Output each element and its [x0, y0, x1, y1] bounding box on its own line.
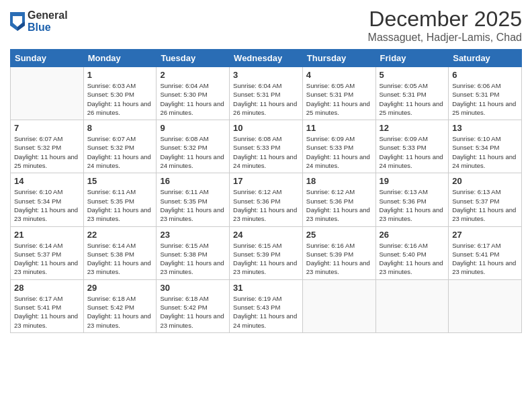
logo-text: General Blue [28, 9, 68, 33]
day-info: Sunrise: 6:05 AM Sunset: 5:31 PM Dayligh… [306, 81, 372, 117]
week-row-5: 28 Sunrise: 6:17 AM Sunset: 5:41 PM Dayl… [11, 279, 522, 332]
cell-w2-d6: 12 Sunrise: 6:09 AM Sunset: 5:33 PM Dayl… [375, 120, 449, 173]
day-number: 24 [233, 230, 299, 240]
month-title: December 2025 [368, 7, 522, 32]
day-info: Sunrise: 6:06 AM Sunset: 5:31 PM Dayligh… [452, 81, 518, 117]
day-number: 11 [306, 123, 372, 133]
header-monday: Monday [83, 50, 157, 67]
day-number: 15 [87, 176, 153, 186]
week-row-1: 1 Sunrise: 6:03 AM Sunset: 5:30 PM Dayli… [11, 67, 522, 120]
cell-w1-d6: 5 Sunrise: 6:05 AM Sunset: 5:31 PM Dayli… [375, 67, 449, 120]
cell-w3-d5: 18 Sunrise: 6:12 AM Sunset: 5:36 PM Dayl… [302, 173, 375, 226]
header-tuesday: Tuesday [157, 50, 230, 67]
day-number: 4 [306, 70, 372, 80]
day-info: Sunrise: 6:17 AM Sunset: 5:41 PM Dayligh… [452, 241, 518, 277]
cell-w2-d1: 7 Sunrise: 6:07 AM Sunset: 5:32 PM Dayli… [11, 120, 84, 173]
day-number: 17 [233, 176, 299, 186]
day-number: 13 [452, 123, 518, 133]
cell-w4-d2: 22 Sunrise: 6:14 AM Sunset: 5:38 PM Dayl… [83, 226, 157, 279]
day-info: Sunrise: 6:04 AM Sunset: 5:31 PM Dayligh… [233, 81, 299, 117]
day-number: 25 [306, 230, 372, 240]
day-number: 9 [160, 123, 226, 133]
cell-w3-d4: 17 Sunrise: 6:12 AM Sunset: 5:36 PM Dayl… [230, 173, 303, 226]
cell-w5-d6 [375, 279, 449, 332]
cell-w3-d2: 15 Sunrise: 6:11 AM Sunset: 5:35 PM Dayl… [83, 173, 157, 226]
cell-w1-d1 [11, 67, 84, 120]
logo-general-text: General [28, 9, 68, 21]
cell-w4-d4: 24 Sunrise: 6:15 AM Sunset: 5:39 PM Dayl… [230, 226, 303, 279]
day-number: 23 [160, 230, 226, 240]
day-number: 19 [380, 176, 445, 186]
cell-w1-d4: 3 Sunrise: 6:04 AM Sunset: 5:31 PM Dayli… [230, 67, 303, 120]
day-number: 14 [14, 176, 80, 186]
day-info: Sunrise: 6:10 AM Sunset: 5:34 PM Dayligh… [14, 187, 80, 223]
cell-w4-d1: 21 Sunrise: 6:14 AM Sunset: 5:37 PM Dayl… [11, 226, 84, 279]
cell-w2-d2: 8 Sunrise: 6:07 AM Sunset: 5:32 PM Dayli… [83, 120, 157, 173]
cell-w5-d4: 31 Sunrise: 6:19 AM Sunset: 5:43 PM Dayl… [230, 279, 303, 332]
cell-w1-d7: 6 Sunrise: 6:06 AM Sunset: 5:31 PM Dayli… [449, 67, 522, 120]
header-friday: Friday [375, 50, 449, 67]
cell-w5-d7 [449, 279, 522, 332]
day-number: 21 [14, 230, 80, 240]
day-info: Sunrise: 6:05 AM Sunset: 5:31 PM Dayligh… [380, 81, 445, 117]
logo-icon [10, 12, 25, 31]
cell-w5-d1: 28 Sunrise: 6:17 AM Sunset: 5:41 PM Dayl… [11, 279, 84, 332]
day-info: Sunrise: 6:07 AM Sunset: 5:32 PM Dayligh… [87, 134, 153, 170]
day-number: 12 [380, 123, 445, 133]
cell-w5-d5 [302, 279, 375, 332]
cell-w3-d7: 20 Sunrise: 6:13 AM Sunset: 5:37 PM Dayl… [449, 173, 522, 226]
day-number: 28 [14, 283, 80, 293]
logo-blue-text: Blue [28, 21, 68, 34]
day-info: Sunrise: 6:03 AM Sunset: 5:30 PM Dayligh… [87, 81, 153, 117]
day-info: Sunrise: 6:14 AM Sunset: 5:38 PM Dayligh… [87, 241, 153, 277]
day-info: Sunrise: 6:15 AM Sunset: 5:39 PM Dayligh… [233, 241, 299, 277]
day-number: 10 [233, 123, 299, 133]
day-number: 31 [233, 283, 299, 293]
cell-w2-d5: 11 Sunrise: 6:09 AM Sunset: 5:33 PM Dayl… [302, 120, 375, 173]
day-info: Sunrise: 6:18 AM Sunset: 5:42 PM Dayligh… [160, 294, 226, 330]
calendar-header-row: Sunday Monday Tuesday Wednesday Thursday… [11, 50, 522, 67]
day-info: Sunrise: 6:16 AM Sunset: 5:39 PM Dayligh… [306, 241, 372, 277]
cell-w4-d3: 23 Sunrise: 6:15 AM Sunset: 5:38 PM Dayl… [157, 226, 230, 279]
cell-w3-d1: 14 Sunrise: 6:10 AM Sunset: 5:34 PM Dayl… [11, 173, 84, 226]
page: General Blue December 2025 Massaguet, Ha… [0, 0, 532, 411]
location-title: Massaguet, Hadjer-Lamis, Chad [368, 32, 522, 44]
day-number: 2 [160, 70, 226, 80]
cell-w2-d3: 9 Sunrise: 6:08 AM Sunset: 5:32 PM Dayli… [157, 120, 230, 173]
cell-w4-d5: 25 Sunrise: 6:16 AM Sunset: 5:39 PM Dayl… [302, 226, 375, 279]
week-row-3: 14 Sunrise: 6:10 AM Sunset: 5:34 PM Dayl… [11, 173, 522, 226]
day-number: 7 [14, 123, 80, 133]
header-thursday: Thursday [302, 50, 375, 67]
day-info: Sunrise: 6:09 AM Sunset: 5:33 PM Dayligh… [306, 134, 372, 170]
day-info: Sunrise: 6:07 AM Sunset: 5:32 PM Dayligh… [14, 134, 80, 170]
day-info: Sunrise: 6:08 AM Sunset: 5:33 PM Dayligh… [233, 134, 299, 170]
day-number: 8 [87, 123, 153, 133]
cell-w5-d2: 29 Sunrise: 6:18 AM Sunset: 5:42 PM Dayl… [83, 279, 157, 332]
day-info: Sunrise: 6:12 AM Sunset: 5:36 PM Dayligh… [306, 187, 372, 223]
day-info: Sunrise: 6:16 AM Sunset: 5:40 PM Dayligh… [380, 241, 445, 277]
cell-w3-d6: 19 Sunrise: 6:13 AM Sunset: 5:36 PM Dayl… [375, 173, 449, 226]
week-row-2: 7 Sunrise: 6:07 AM Sunset: 5:32 PM Dayli… [11, 120, 522, 173]
day-number: 30 [160, 283, 226, 293]
day-number: 29 [87, 283, 153, 293]
day-info: Sunrise: 6:04 AM Sunset: 5:30 PM Dayligh… [160, 81, 226, 117]
day-info: Sunrise: 6:10 AM Sunset: 5:34 PM Dayligh… [452, 134, 518, 170]
day-number: 22 [87, 230, 153, 240]
day-number: 1 [87, 70, 153, 80]
title-block: December 2025 Massaguet, Hadjer-Lamis, C… [368, 7, 522, 44]
cell-w1-d5: 4 Sunrise: 6:05 AM Sunset: 5:31 PM Dayli… [302, 67, 375, 120]
day-info: Sunrise: 6:19 AM Sunset: 5:43 PM Dayligh… [233, 294, 299, 330]
week-row-4: 21 Sunrise: 6:14 AM Sunset: 5:37 PM Dayl… [11, 226, 522, 279]
day-info: Sunrise: 6:12 AM Sunset: 5:36 PM Dayligh… [233, 187, 299, 223]
logo: General Blue [10, 9, 68, 33]
day-info: Sunrise: 6:13 AM Sunset: 5:37 PM Dayligh… [452, 187, 518, 223]
header: General Blue December 2025 Massaguet, Ha… [10, 7, 522, 44]
day-number: 27 [452, 230, 518, 240]
cell-w3-d3: 16 Sunrise: 6:11 AM Sunset: 5:35 PM Dayl… [157, 173, 230, 226]
day-info: Sunrise: 6:18 AM Sunset: 5:42 PM Dayligh… [87, 294, 153, 330]
cell-w4-d7: 27 Sunrise: 6:17 AM Sunset: 5:41 PM Dayl… [449, 226, 522, 279]
day-info: Sunrise: 6:11 AM Sunset: 5:35 PM Dayligh… [87, 187, 153, 223]
day-number: 26 [380, 230, 445, 240]
day-info: Sunrise: 6:15 AM Sunset: 5:38 PM Dayligh… [160, 241, 226, 277]
cell-w2-d7: 13 Sunrise: 6:10 AM Sunset: 5:34 PM Dayl… [449, 120, 522, 173]
